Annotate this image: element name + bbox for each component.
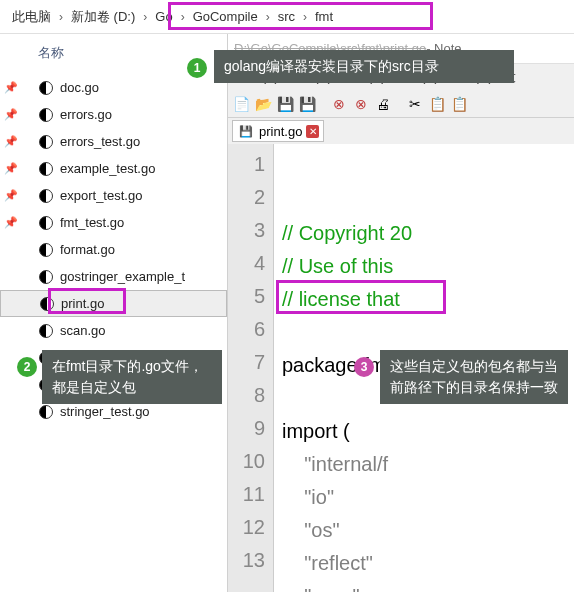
bc-seg[interactable]: src	[274, 9, 299, 24]
line-number: 2	[228, 181, 265, 214]
go-file-icon	[38, 80, 54, 96]
pin-icon: 📌	[4, 135, 18, 148]
go-file-icon	[38, 215, 54, 231]
go-file-icon	[38, 242, 54, 258]
line-number: 7	[228, 346, 265, 379]
line-number: 4	[228, 247, 265, 280]
toolbar: 📄 📂 💾 💾 ⊗ ⊗ 🖨 ✂ 📋 📋	[228, 90, 574, 118]
code-line: "sync"	[282, 580, 574, 592]
code-line: // license that	[282, 283, 574, 316]
close-icon[interactable]: ⊗	[330, 95, 348, 113]
go-file-icon	[39, 296, 55, 312]
pin-icon: 📌	[4, 189, 18, 202]
line-number: 5	[228, 280, 265, 313]
file-name: fmt_test.go	[60, 215, 124, 230]
cut-icon[interactable]: ✂	[406, 95, 424, 113]
breadcrumb: 此电脑 › 新加卷 (D:) › Go › GoCompile › src › …	[0, 0, 574, 34]
code-line: import (	[282, 415, 574, 448]
file-name: format.go	[60, 242, 115, 257]
editor-tab[interactable]: 💾 print.go ✕	[232, 120, 324, 142]
go-file-icon	[38, 404, 54, 420]
go-file-icon	[38, 134, 54, 150]
bc-seg[interactable]: GoCompile	[189, 9, 262, 24]
annotation-badge-1: 1	[187, 58, 207, 78]
pin-icon: 📌	[4, 81, 18, 94]
file-row[interactable]: 📌fmt_test.go	[0, 209, 227, 236]
chevron-right-icon[interactable]: ›	[55, 10, 67, 24]
line-number: 6	[228, 313, 265, 346]
go-file-icon	[38, 161, 54, 177]
paste-icon[interactable]: 📋	[450, 95, 468, 113]
save-icon[interactable]: 💾	[276, 95, 294, 113]
file-row[interactable]: 📌errors_test.go	[0, 128, 227, 155]
pin-icon: 📌	[4, 216, 18, 229]
file-name: doc.go	[60, 80, 99, 95]
code-line	[282, 316, 574, 349]
line-number: 12	[228, 511, 265, 544]
line-number: 3	[228, 214, 265, 247]
bc-seg[interactable]: 此电脑	[8, 8, 55, 26]
file-name: export_test.go	[60, 188, 142, 203]
go-file-icon	[38, 323, 54, 339]
code-line: "io"	[282, 481, 574, 514]
file-row[interactable]: scan.go	[0, 317, 227, 344]
close-all-icon[interactable]: ⊗	[352, 95, 370, 113]
go-file-icon	[38, 188, 54, 204]
chevron-right-icon[interactable]: ›	[177, 10, 189, 24]
editor-panel: D:\Go\GoCompile\src\fmt\print.go - Note …	[228, 34, 574, 592]
file-explorer-panel: 名称 📌doc.go📌errors.go📌errors_test.go📌exam…	[0, 34, 228, 592]
save-all-icon[interactable]: 💾	[298, 95, 316, 113]
open-file-icon[interactable]: 📂	[254, 95, 272, 113]
line-number: 9	[228, 412, 265, 445]
annotation-3: 这些自定义包的包名都与当前路径下的目录名保持一致	[380, 350, 568, 404]
code-line: // Use of this	[282, 250, 574, 283]
code-line: "reflect"	[282, 547, 574, 580]
go-file-icon	[38, 107, 54, 123]
file-name: scan.go	[60, 323, 106, 338]
chevron-right-icon[interactable]: ›	[299, 10, 311, 24]
file-name: print.go	[61, 296, 104, 311]
bc-seg[interactable]: 新加卷 (D:)	[67, 8, 139, 26]
line-gutter: 12345678910111213	[228, 144, 274, 592]
line-number: 10	[228, 445, 265, 478]
file-row[interactable]: 📌example_test.go	[0, 155, 227, 182]
file-name: stringer_test.go	[60, 404, 150, 419]
tab-label: print.go	[259, 124, 302, 139]
pin-icon: 📌	[4, 162, 18, 175]
file-row[interactable]: 📌errors.go	[0, 101, 227, 128]
file-name: errors.go	[60, 107, 112, 122]
annotation-badge-3: 3	[354, 357, 374, 377]
file-name: gostringer_example_t	[60, 269, 185, 284]
line-number: 13	[228, 544, 265, 577]
new-file-icon[interactable]: 📄	[232, 95, 250, 113]
chevron-right-icon[interactable]: ›	[262, 10, 274, 24]
file-row[interactable]: 📌export_test.go	[0, 182, 227, 209]
close-tab-icon[interactable]: ✕	[306, 125, 319, 138]
code-line: "os"	[282, 514, 574, 547]
go-file-icon	[38, 269, 54, 285]
line-number: 11	[228, 478, 265, 511]
file-row[interactable]: print.go	[0, 290, 227, 317]
pin-icon: 📌	[4, 108, 18, 121]
line-number: 1	[228, 148, 265, 181]
bc-seg[interactable]: Go	[151, 9, 176, 24]
copy-icon[interactable]: 📋	[428, 95, 446, 113]
file-row[interactable]: gostringer_example_t	[0, 263, 227, 290]
tab-bar: 💾 print.go ✕	[228, 118, 574, 144]
file-row[interactable]: format.go	[0, 236, 227, 263]
print-icon[interactable]: 🖨	[374, 95, 392, 113]
chevron-right-icon[interactable]: ›	[139, 10, 151, 24]
annotation-1: golang编译器安装目录下的src目录	[214, 50, 514, 83]
file-name: example_test.go	[60, 161, 155, 176]
code-line: "internal/f	[282, 448, 574, 481]
line-number: 8	[228, 379, 265, 412]
code-line: // Copyright 20	[282, 217, 574, 250]
file-row[interactable]: 📌doc.go	[0, 74, 227, 101]
annotation-2: 在fmt目录下的.go文件，都是自定义包	[42, 350, 222, 404]
annotation-badge-2: 2	[17, 357, 37, 377]
bc-seg[interactable]: fmt	[311, 9, 337, 24]
save-icon: 💾	[237, 122, 255, 140]
file-name: errors_test.go	[60, 134, 140, 149]
